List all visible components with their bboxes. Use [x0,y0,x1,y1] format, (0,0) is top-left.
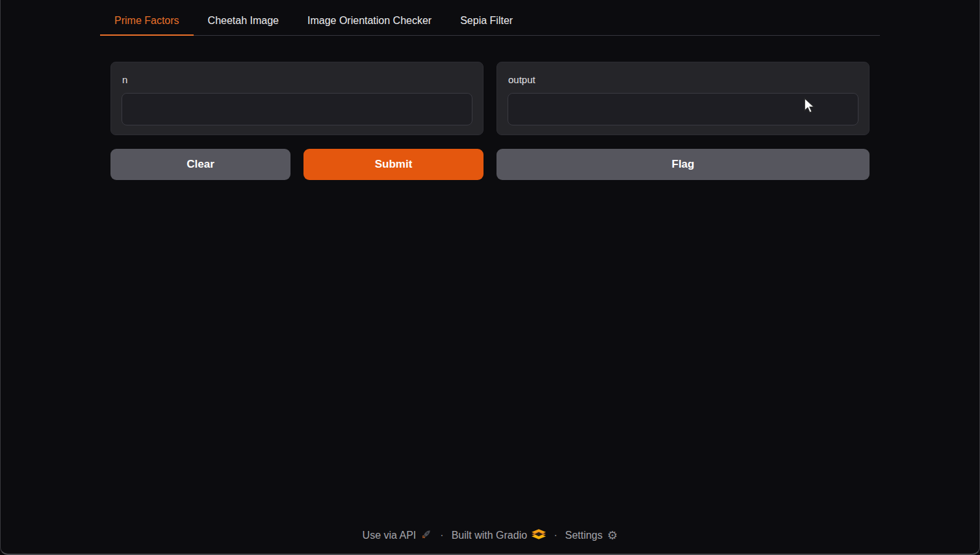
gradio-logo-icon [532,529,546,542]
output-textbox [508,93,858,125]
footer-separator: · [439,530,445,541]
main-area: Prime Factors Cheetah Image Image Orient… [1,0,979,521]
built-with-gradio-label: Built with Gradio [452,530,528,541]
flag-button[interactable]: Flag [496,149,870,180]
n-input[interactable] [122,93,472,125]
footer: Use via API · Built with Gradio [1,521,979,554]
submit-button[interactable]: Submit [303,149,484,180]
tab-image-orientation-checker[interactable]: Image Orientation Checker [293,5,446,36]
button-row: Clear Submit Flag [100,149,880,180]
settings-link[interactable]: Settings ⚙ [565,530,617,541]
input-panel: n [110,62,484,135]
io-row: n output [100,62,880,135]
app-window: Prime Factors Cheetah Image Image Orient… [0,0,980,555]
use-via-api-link[interactable]: Use via API [363,528,433,543]
gear-icon: ⚙ [607,530,617,541]
settings-label: Settings [565,530,602,541]
output-label: output [508,74,858,85]
output-panel: output [496,62,870,135]
rocket-icon [420,528,432,543]
tab-cheetah-image[interactable]: Cheetah Image [194,5,293,36]
built-with-gradio-link[interactable]: Built with Gradio [452,529,547,542]
tab-bar: Prime Factors Cheetah Image Image Orient… [100,5,880,36]
clear-button[interactable]: Clear [110,149,290,180]
footer-separator: · [552,530,558,541]
tab-prime-factors[interactable]: Prime Factors [100,5,194,36]
input-label: n [122,74,472,85]
use-via-api-label: Use via API [363,530,417,541]
tab-sepia-filter[interactable]: Sepia Filter [446,5,527,36]
